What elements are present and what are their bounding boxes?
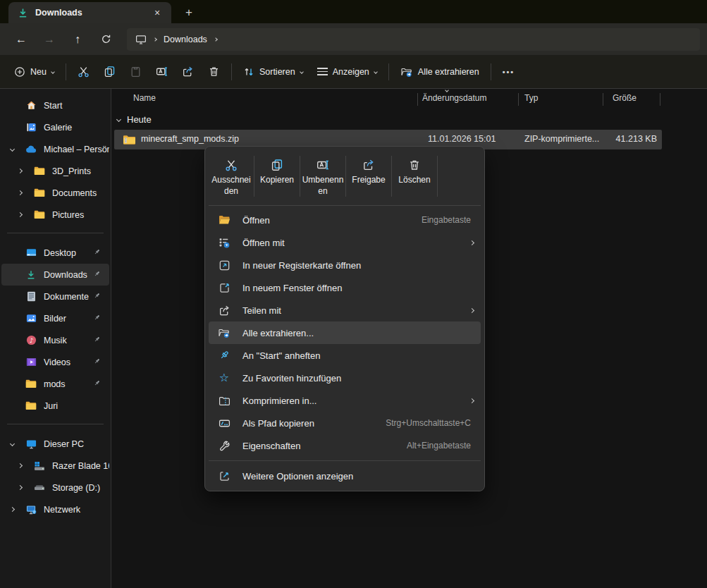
sidebar-item-pictures[interactable]: Pictures bbox=[1, 204, 109, 226]
sidebar-item-drive-c[interactable]: Razer Blade 16 (C: bbox=[1, 455, 109, 477]
sort-button[interactable]: Sortieren bbox=[236, 60, 310, 84]
rename-button[interactable] bbox=[149, 60, 175, 84]
submenu-chevron-icon bbox=[469, 398, 474, 403]
sidebar-item-musik[interactable]: ♪ Musik bbox=[1, 329, 109, 351]
menu-item-open-new-tab[interactable]: In neuer Registerkarte öffnen bbox=[209, 254, 481, 276]
sidebar-item-gallery[interactable]: Galerie bbox=[1, 116, 109, 138]
up-button[interactable]: ↑ bbox=[63, 28, 92, 51]
folder-icon bbox=[34, 209, 45, 221]
back-button[interactable]: ← bbox=[7, 28, 35, 51]
toolbar-separator bbox=[491, 63, 491, 80]
sidebar-item-bilder[interactable]: Bilder bbox=[1, 307, 109, 329]
pin-icon bbox=[216, 349, 232, 362]
sidebar-item-3d-prints[interactable]: 3D_Prints bbox=[1, 160, 109, 182]
sidebar-item-downloads[interactable]: Downloads bbox=[1, 264, 109, 286]
menu-item-properties[interactable]: Eigenschaften Alt+Eingabetaste bbox=[209, 434, 481, 457]
share-button[interactable] bbox=[175, 60, 201, 84]
drive-icon bbox=[34, 482, 45, 494]
sidebar-item-this-pc[interactable]: Dieser PC bbox=[1, 433, 109, 455]
column-header-type[interactable]: Typ bbox=[524, 93, 538, 103]
context-menu-quick-actions: Ausschnei den Kopieren Umbenenn en bbox=[209, 150, 481, 204]
cut-button[interactable] bbox=[70, 60, 97, 84]
file-type: ZIP-komprimierte... bbox=[524, 134, 599, 144]
delete-button[interactable]: Löschen bbox=[392, 153, 437, 200]
paste-button bbox=[123, 60, 149, 84]
sort-descending-icon bbox=[445, 88, 449, 92]
tab-title: Downloads bbox=[35, 8, 150, 18]
menu-item-compress-to[interactable]: Komprimieren in... bbox=[209, 389, 481, 412]
cut-button[interactable]: Ausschnei den bbox=[209, 153, 254, 200]
chevron-right-icon bbox=[18, 463, 23, 468]
share-button[interactable]: Freigabe bbox=[346, 153, 391, 200]
sidebar-item-desktop[interactable]: Desktop bbox=[1, 242, 109, 264]
download-icon bbox=[18, 8, 28, 18]
breadcrumb-location[interactable]: Downloads bbox=[164, 35, 207, 44]
column-divider[interactable] bbox=[417, 93, 418, 106]
sidebar-item-videos[interactable]: Videos bbox=[1, 351, 109, 373]
column-header-name[interactable]: Name bbox=[133, 93, 156, 103]
rename-icon bbox=[316, 157, 329, 173]
menu-item-show-more-options[interactable]: Weitere Optionen anzeigen bbox=[209, 465, 481, 487]
pin-icon bbox=[93, 336, 101, 343]
home-icon bbox=[25, 100, 37, 111]
sidebar-item-onedrive[interactable]: Michael – Persönlic bbox=[1, 138, 109, 160]
sidebar-item-dokumente[interactable]: Dokumente bbox=[1, 286, 109, 307]
music-icon: ♪ bbox=[25, 335, 37, 346]
sidebar-item-juri[interactable]: Juri bbox=[1, 395, 109, 417]
menu-item-extract-all[interactable]: Alle extrahieren... bbox=[209, 321, 481, 344]
sidebar-item-mods[interactable]: mods bbox=[1, 373, 109, 395]
menu-item-add-to-favorites[interactable]: ☆ Zu Favoriten hinzufügen bbox=[209, 367, 481, 389]
document-icon bbox=[25, 291, 37, 302]
computer-icon bbox=[25, 439, 37, 450]
this-pc-icon bbox=[135, 34, 147, 45]
column-divider[interactable] bbox=[518, 93, 519, 106]
plus-circle-icon bbox=[14, 66, 25, 78]
group-header-today[interactable]: Heute bbox=[117, 114, 152, 125]
extract-all-button[interactable]: Alle extrahieren bbox=[393, 60, 486, 84]
delete-button[interactable] bbox=[201, 60, 227, 84]
new-tab-button[interactable]: + bbox=[185, 6, 192, 20]
copy-button[interactable] bbox=[97, 60, 123, 84]
menu-item-pin-to-start[interactable]: An "Start" anheften bbox=[209, 344, 481, 367]
menu-item-open-new-window[interactable]: In neuem Fenster öffnen bbox=[209, 276, 481, 299]
menu-divider bbox=[209, 460, 481, 461]
menu-item-share-with[interactable]: Teilen mit bbox=[209, 299, 481, 321]
close-tab-icon[interactable]: × bbox=[150, 7, 164, 18]
more-options-button[interactable]: ••• bbox=[496, 60, 522, 84]
view-button[interactable]: Anzeigen bbox=[310, 60, 384, 84]
sidebar-item-drive-d[interactable]: Storage (D:) bbox=[1, 477, 109, 498]
toolbar-separator bbox=[388, 63, 389, 80]
sidebar-divider bbox=[7, 233, 104, 233]
open-new-tab-icon bbox=[216, 259, 232, 271]
menu-item-open[interactable]: Öffnen Eingabetaste bbox=[209, 209, 481, 231]
breadcrumb[interactable]: Downloads bbox=[127, 28, 700, 51]
context-menu: Ausschnei den Kopieren Umbenenn en bbox=[204, 146, 485, 491]
menu-item-copy-as-path[interactable]: Als Pfad kopieren Strg+Umschalttaste+C bbox=[209, 412, 481, 434]
column-header-size[interactable]: Größe bbox=[613, 93, 637, 103]
pin-icon bbox=[93, 314, 101, 321]
toolbar-separator bbox=[231, 63, 232, 80]
scissors-icon bbox=[225, 157, 238, 173]
trash-icon bbox=[408, 157, 421, 173]
chevron-down-icon bbox=[300, 70, 304, 74]
download-icon bbox=[25, 269, 37, 281]
copy-button[interactable]: Kopieren bbox=[254, 153, 300, 200]
sidebar-item-documents[interactable]: Documents bbox=[1, 182, 109, 204]
sidebar-item-start[interactable]: Start bbox=[1, 94, 109, 116]
chevron-right-icon bbox=[18, 485, 23, 490]
toolbar-separator bbox=[66, 63, 66, 80]
forward-button: → bbox=[35, 28, 63, 51]
tab-downloads[interactable]: Downloads × bbox=[8, 2, 171, 23]
rename-button[interactable]: Umbenenn en bbox=[300, 153, 345, 200]
picture-icon bbox=[25, 313, 37, 324]
chevron-right-icon bbox=[18, 190, 23, 195]
sidebar-item-network[interactable]: Netzwerk bbox=[1, 498, 109, 520]
desktop-icon bbox=[25, 247, 37, 259]
column-divider[interactable] bbox=[660, 93, 660, 106]
column-divider[interactable] bbox=[603, 93, 603, 106]
refresh-button[interactable] bbox=[92, 28, 120, 51]
onedrive-cloud-icon bbox=[25, 144, 37, 155]
menu-item-open-with[interactable]: Öffnen mit bbox=[209, 231, 481, 254]
new-button[interactable]: Neu bbox=[7, 60, 61, 84]
column-header-modified[interactable]: Änderungsdatum bbox=[422, 93, 486, 103]
